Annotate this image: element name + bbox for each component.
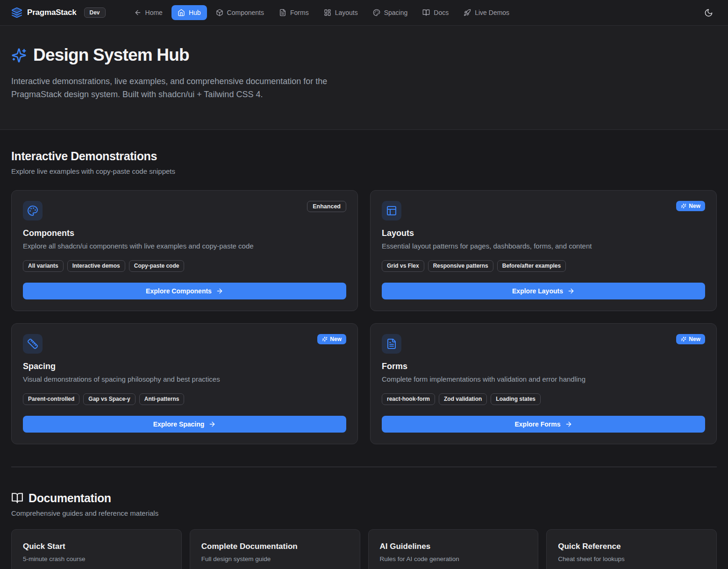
tag: All variants	[23, 260, 64, 272]
home-icon	[178, 9, 185, 16]
demo-card-spacing: New Spacing Visual demonstrations of spa…	[11, 323, 358, 444]
theme-toggle-button[interactable]	[700, 5, 717, 21]
tag: Anti-patterns	[139, 393, 185, 405]
nav-item-components[interactable]: Components	[210, 5, 270, 20]
panels-top-icon	[382, 201, 401, 220]
nav-label: Hub	[189, 9, 201, 16]
tag: Grid vs Flex	[382, 260, 424, 272]
brand-name: PragmaStack	[27, 8, 77, 17]
main-nav: Home Hub Components Forms Layouts Spacin…	[128, 5, 516, 20]
new-badge: New	[676, 201, 705, 211]
doc-card-title: AI Guidelines	[380, 542, 527, 551]
sparkles-icon	[681, 203, 686, 209]
badge-label: New	[689, 203, 700, 209]
brand[interactable]: PragmaStack Dev	[11, 7, 106, 18]
card-description: Visual demonstrations of spacing philoso…	[23, 375, 346, 383]
nav-item-layouts[interactable]: Layouts	[318, 5, 364, 20]
demo-card-grid: Enhanced Components Explore all shadcn/u…	[11, 190, 717, 444]
doc-card-subtitle: Full design system guide	[201, 555, 349, 562]
button-label: Explore Layouts	[512, 287, 563, 295]
package-icon	[216, 9, 223, 16]
nav-label: Forms	[290, 9, 309, 16]
tag-row: react-hook-form Zod validation Loading s…	[382, 393, 705, 405]
doc-card-quick-reference[interactable]: Quick Reference Cheat sheet for lookups	[546, 529, 717, 569]
tag: Gap vs Space-y	[83, 393, 135, 405]
palette-icon	[373, 9, 380, 16]
arrow-right-icon	[216, 287, 223, 295]
new-badge: New	[317, 334, 346, 344]
nav-item-forms[interactable]: Forms	[273, 5, 315, 20]
nav-item-hub[interactable]: Hub	[171, 5, 207, 20]
arrow-right-icon	[565, 420, 572, 428]
main-content: Interactive Demonstrations Explore live …	[0, 130, 728, 569]
nav-item-live-demos[interactable]: Live Demos	[457, 5, 515, 20]
nav-label: Live Demos	[475, 9, 509, 16]
doc-card-subtitle: Rules for AI code generation	[380, 555, 527, 562]
sparkles-icon	[322, 336, 328, 342]
doc-card-title: Quick Reference	[558, 542, 705, 551]
docs-card-grid: Quick Start 5-minute crash course Comple…	[11, 529, 717, 569]
hero-section: Design System Hub Interactive demonstrat…	[0, 26, 728, 130]
tag: Zod validation	[439, 393, 487, 405]
card-description: Explore all shadcn/ui components with li…	[23, 242, 346, 250]
card-description: Essential layout patterns for pages, das…	[382, 242, 705, 250]
doc-card-ai-guidelines[interactable]: AI Guidelines Rules for AI code generati…	[368, 529, 539, 569]
layout-dashboard-icon	[324, 9, 331, 16]
card-title: Layouts	[382, 228, 705, 238]
tag: Parent-controlled	[23, 393, 79, 405]
nav-label: Layouts	[335, 9, 358, 16]
nav-label: Docs	[434, 9, 449, 16]
sparkles-icon	[681, 336, 686, 342]
doc-card-complete-documentation[interactable]: Complete Documentation Full design syste…	[190, 529, 360, 569]
book-open-icon	[11, 492, 23, 504]
tag: Loading states	[491, 393, 541, 405]
tag: Interactive demos	[67, 260, 125, 272]
docs-subheading: Comprehensive guides and reference mater…	[11, 509, 717, 517]
doc-card-subtitle: Cheat sheet for lookups	[558, 555, 705, 562]
ruler-icon	[23, 334, 43, 354]
explore-forms-button[interactable]: Explore Forms	[382, 416, 705, 433]
button-label: Explore Components	[146, 287, 212, 295]
nav-item-home[interactable]: Home	[128, 5, 169, 20]
tag-row: All variants Interactive demos Copy-past…	[23, 260, 346, 272]
card-title: Spacing	[23, 362, 346, 371]
layers-icon	[11, 7, 22, 18]
tag: Before/after examples	[497, 260, 566, 272]
moon-icon	[704, 8, 713, 17]
demo-card-forms: New Forms Complete form implementations …	[370, 323, 717, 444]
section-divider	[11, 467, 717, 467]
doc-card-quick-start[interactable]: Quick Start 5-minute crash course	[11, 529, 182, 569]
top-navbar: PragmaStack Dev Home Hub Components Form…	[0, 0, 728, 26]
docs-heading: Documentation	[29, 491, 111, 505]
nav-item-spacing[interactable]: Spacing	[367, 5, 414, 20]
card-description: Complete form implementations with valid…	[382, 375, 705, 383]
button-label: Explore Spacing	[153, 420, 205, 428]
explore-spacing-button[interactable]: Explore Spacing	[23, 416, 346, 433]
button-label: Explore Forms	[514, 420, 560, 428]
palette-icon	[23, 201, 43, 220]
doc-card-subtitle: 5-minute crash course	[23, 555, 170, 562]
page-title: Design System Hub	[33, 45, 189, 65]
env-badge: Dev	[84, 7, 106, 18]
new-badge: New	[676, 334, 705, 344]
nav-item-docs[interactable]: Docs	[416, 5, 455, 20]
file-text-icon	[279, 9, 286, 16]
demo-card-components: Enhanced Components Explore all shadcn/u…	[11, 190, 358, 311]
badge-label: New	[689, 336, 700, 342]
page-subtitle: Interactive demonstrations, live example…	[11, 75, 359, 101]
tag: Responsive patterns	[428, 260, 493, 272]
demos-heading: Interactive Demonstrations	[11, 149, 717, 163]
demo-card-layouts: New Layouts Essential layout patterns fo…	[370, 190, 717, 311]
nav-label: Home	[145, 9, 163, 16]
rocket-icon	[464, 9, 471, 16]
badge-label: New	[330, 336, 342, 342]
tag: Copy-paste code	[129, 260, 185, 272]
file-text-icon	[382, 334, 401, 354]
sparkles-icon	[11, 48, 27, 63]
enhanced-badge: Enhanced	[307, 201, 346, 212]
explore-components-button[interactable]: Explore Components	[23, 283, 346, 299]
explore-layouts-button[interactable]: Explore Layouts	[382, 283, 705, 299]
card-title: Components	[23, 228, 346, 238]
tag-row: Grid vs Flex Responsive patterns Before/…	[382, 260, 705, 272]
arrow-left-icon	[134, 9, 142, 16]
